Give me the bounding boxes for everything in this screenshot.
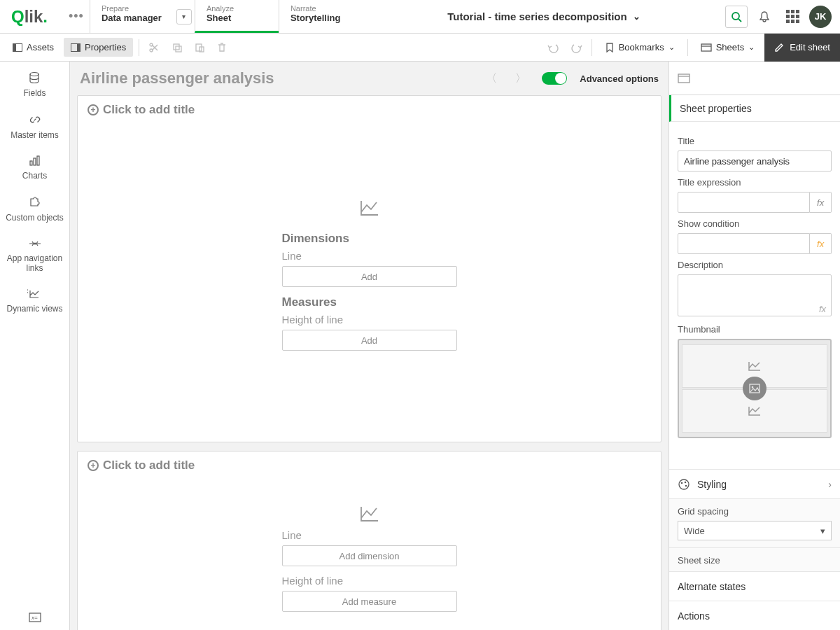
- tab-label: Sheet properties: [680, 103, 752, 114]
- nav-tab-main: Data manager: [102, 13, 183, 30]
- separator: [592, 39, 592, 56]
- sheet-icon-bar: [669, 62, 840, 95]
- bell-icon: [758, 10, 771, 23]
- main-area: Fields Master items Charts Custom object…: [0, 62, 840, 630]
- grid-spacing-section: Grid spacing Wide ▾: [669, 498, 840, 547]
- fx-button[interactable]: fx: [810, 192, 832, 213]
- add-dimension-button[interactable]: Add: [282, 266, 457, 287]
- palette-icon: [678, 478, 690, 491]
- actions-accordion[interactable]: Actions: [669, 601, 840, 630]
- more-icon[interactable]: •••: [63, 0, 90, 33]
- thumbnail-preview[interactable]: [678, 339, 832, 438]
- left-rail: Fields Master items Charts Custom object…: [0, 62, 70, 630]
- toolbar-right: Bookmarks ⌄ Sheets ⌄ Edit sheet: [544, 34, 834, 62]
- copy-button[interactable]: [167, 38, 187, 57]
- show-condition-input[interactable]: [678, 233, 810, 254]
- add-measure-button[interactable]: Add measure: [282, 591, 457, 612]
- rail-dynamic-views[interactable]: Dynamic views: [2, 288, 66, 314]
- chevron-right-icon: ›: [828, 479, 832, 490]
- nav-tab-narrate[interactable]: Narrate Storytelling: [279, 0, 363, 33]
- image-picker-button[interactable]: [743, 377, 766, 400]
- bookmarks-label: Bookmarks: [619, 42, 664, 52]
- plus-icon: +: [88, 104, 99, 115]
- user-avatar[interactable]: JK: [809, 6, 832, 28]
- chevron-down-icon: ⌄: [633, 11, 640, 22]
- cut-button[interactable]: [145, 38, 164, 57]
- rail-charts[interactable]: Charts: [18, 155, 51, 181]
- bookmarks-button[interactable]: Bookmarks ⌄: [598, 38, 682, 57]
- svg-point-20: [752, 386, 754, 388]
- viz-card[interactable]: + Click to add title Dimensions Line Add…: [77, 95, 662, 442]
- measures-heading: Measures: [282, 295, 457, 309]
- measure-label: Height of line: [282, 575, 457, 587]
- description-input[interactable]: [678, 274, 832, 316]
- line-chart-icon: [360, 505, 379, 522]
- edit-sheet-button[interactable]: Edit sheet: [764, 34, 840, 62]
- grid-spacing-label: Grid spacing: [678, 506, 832, 517]
- nav-tab-analyze[interactable]: Analyze Sheet: [195, 0, 279, 33]
- chevron-down-icon[interactable]: ▾: [176, 9, 192, 24]
- dynamic-icon: [27, 288, 41, 300]
- delete-button[interactable]: [212, 38, 232, 57]
- alternate-states-accordion[interactable]: Alternate states: [669, 571, 840, 601]
- prev-sheet-button[interactable]: 〈: [483, 69, 500, 89]
- fx-button[interactable]: fx: [810, 233, 832, 254]
- nav-icon: [28, 238, 42, 249]
- rail-variables[interactable]: x=: [24, 612, 46, 623]
- next-sheet-button[interactable]: 〉: [512, 69, 529, 89]
- line-chart-icon: [360, 200, 379, 216]
- canvas-header: Airline passenger analysis 〈 〉 Advanced …: [70, 62, 668, 95]
- styling-accordion[interactable]: Styling ›: [669, 469, 840, 498]
- nav-tab-super: Analyze: [206, 4, 267, 13]
- add-measure-button[interactable]: Add: [282, 330, 457, 351]
- canvas-body: + Click to add title Dimensions Line Add…: [70, 95, 668, 630]
- rail-label: Dynamic views: [6, 304, 62, 314]
- grid-icon: [786, 10, 799, 23]
- undo-button[interactable]: [544, 38, 564, 57]
- svg-point-24: [685, 484, 687, 486]
- title-input[interactable]: [678, 150, 832, 172]
- rail-nav-links[interactable]: App navigation links: [0, 238, 69, 273]
- assets-toggle[interactable]: Assets: [6, 38, 61, 57]
- advanced-toggle[interactable]: [542, 72, 567, 85]
- search-icon: [731, 11, 742, 22]
- svg-point-22: [681, 482, 683, 484]
- sheet-properties-tab[interactable]: Sheet properties: [669, 95, 840, 122]
- viz-card[interactable]: + Click to add title Line Add dimension …: [77, 451, 662, 630]
- grid-spacing-select[interactable]: Wide ▾: [678, 521, 832, 540]
- svg-line-1: [738, 19, 741, 22]
- sheet-title[interactable]: Airline passenger analysis: [80, 69, 274, 88]
- sheets-button[interactable]: Sheets ⌄: [694, 38, 762, 57]
- svg-point-2: [150, 49, 153, 52]
- svg-rect-11: [30, 161, 32, 165]
- properties-toggle[interactable]: Properties: [64, 38, 133, 57]
- rail-master-items[interactable]: Master items: [6, 113, 63, 140]
- notifications-button[interactable]: [753, 6, 776, 28]
- puzzle-icon: [28, 196, 41, 209]
- add-dimension-button[interactable]: Add dimension: [282, 545, 457, 566]
- nav-tab-main: Sheet: [206, 13, 267, 28]
- viz-title-placeholder[interactable]: + Click to add title: [88, 103, 651, 117]
- scissors-icon: [149, 42, 160, 53]
- app-title[interactable]: Tutorial - time series decomposition ⌄: [363, 0, 725, 33]
- redo-button[interactable]: [566, 38, 586, 57]
- paste-button[interactable]: [190, 38, 209, 57]
- app-launcher-button[interactable]: [781, 6, 804, 28]
- rail-label: Fields: [23, 88, 46, 98]
- title-expression-label: Title expression: [678, 177, 832, 188]
- app-logo[interactable]: Qlik.: [0, 0, 63, 33]
- app-title-text: Tutorial - time series decomposition: [447, 10, 626, 22]
- plus-icon: +: [88, 460, 99, 471]
- edit-sheet-label: Edit sheet: [790, 42, 830, 52]
- search-button[interactable]: [725, 6, 748, 28]
- description-label: Description: [678, 260, 832, 270]
- fx-button[interactable]: fx: [819, 304, 826, 314]
- nav-tab-prepare[interactable]: Prepare Data manager ▾: [90, 0, 195, 33]
- title-expression-input[interactable]: [678, 192, 810, 213]
- viz-title-placeholder[interactable]: + Click to add title: [88, 458, 651, 472]
- rail-custom-objects[interactable]: Custom objects: [1, 196, 68, 223]
- sheet-size-label: Sheet size: [678, 555, 832, 566]
- svg-rect-12: [34, 158, 36, 165]
- add-title-text: Click to add title: [103, 103, 195, 117]
- rail-fields[interactable]: Fields: [19, 71, 50, 98]
